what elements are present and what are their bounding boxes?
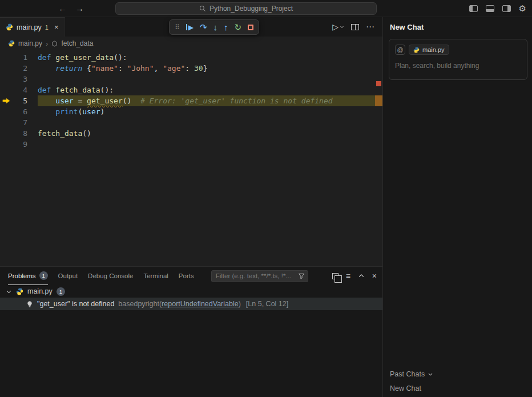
restart-button[interactable]: ↻ — [235, 23, 242, 31]
step-over-button[interactable]: ↷ — [200, 23, 207, 31]
code-line-text — [38, 139, 382, 150]
command-center-search[interactable]: Python_Debugging_Project — [115, 2, 377, 15]
problems-file-row[interactable]: main.py 1 — [0, 285, 382, 298]
nav-forward-icon[interactable]: → — [75, 0, 84, 17]
toggle-secondary-sidebar-icon[interactable] — [502, 5, 511, 12]
context-file-chip[interactable]: main.py — [409, 45, 449, 55]
editor-column: ⠿ ▶ ↷ ↓ ↑ ↻ main.py 1 × ▷ ⋯ — [0, 17, 383, 397]
code-line-text — [38, 74, 382, 85]
panel-header-icons: ≡ × — [332, 271, 377, 280]
view-as-table-icon[interactable]: ≡ — [346, 271, 350, 280]
code-line-text: return {"name": "John", "age": 30} — [38, 63, 382, 74]
code-line[interactable]: 8fetch_data() — [0, 128, 382, 139]
python-file-icon — [8, 40, 15, 47]
line-number: 6 — [13, 106, 27, 117]
python-file-icon — [16, 288, 23, 295]
panel-tab-label: Problems — [8, 272, 36, 279]
code-area: 1def get_user_data():2 return {"name": "… — [0, 52, 382, 150]
split-editor-icon[interactable] — [351, 24, 359, 30]
breakpoint-gutter[interactable] — [0, 74, 13, 85]
close-tab-icon[interactable]: × — [54, 23, 59, 31]
more-actions-icon[interactable]: ⋯ — [366, 22, 374, 32]
code-line[interactable]: 1def get_user_data(): — [0, 52, 382, 63]
chat-panel: New Chat @ main.py Plan, search, build a… — [383, 17, 532, 397]
code-line-text: def fetch_data(): — [38, 85, 382, 95]
breakpoint-gutter[interactable] — [0, 95, 13, 106]
tab-main-py[interactable]: main.py 1 × — [0, 17, 65, 37]
python-file-icon — [6, 23, 13, 31]
line-number: 9 — [13, 139, 27, 150]
debug-current-line-arrow-icon — [2, 98, 10, 104]
line-number: 2 — [13, 63, 27, 74]
breakpoint-gutter[interactable] — [0, 63, 13, 74]
code-line-text — [38, 117, 382, 128]
collapse-all-icon[interactable] — [332, 273, 338, 279]
problems-filter-input[interactable] — [215, 272, 298, 280]
code-line[interactable]: 9 — [0, 139, 382, 150]
filter-funnel-icon[interactable] — [298, 272, 305, 279]
problems-view: main.py 1 "get_user" is not defined base… — [0, 285, 382, 397]
code-line-text: print(user) — [38, 106, 382, 117]
stop-square-icon — [248, 25, 253, 30]
breadcrumb-symbol[interactable]: fetch_data — [61, 39, 93, 47]
breakpoint-gutter[interactable] — [0, 117, 13, 128]
breakpoint-gutter[interactable] — [0, 128, 13, 139]
code-line[interactable]: 3 — [0, 74, 382, 85]
close-panel-icon[interactable]: × — [372, 271, 377, 280]
chat-context-row: @ main.py — [395, 45, 521, 55]
code-line[interactable]: 6 print(user) — [0, 106, 382, 117]
code-editor[interactable]: 1def get_user_data():2 return {"name": "… — [0, 50, 382, 266]
chat-input-placeholder: Plan, search, build anything — [395, 62, 521, 70]
chat-input-card[interactable]: @ main.py Plan, search, build anything — [389, 39, 527, 80]
panel-tab-ports[interactable]: Ports — [179, 267, 194, 285]
add-context-button[interactable]: @ — [395, 45, 405, 55]
breakpoint-gutter[interactable] — [0, 85, 13, 95]
code-line-text: fetch_data() — [38, 128, 382, 139]
chevron-down-icon — [428, 371, 433, 377]
code-line[interactable]: 2 return {"name": "John", "age": 30} — [0, 63, 382, 74]
toggle-panel-icon[interactable] — [486, 5, 494, 12]
code-line[interactable]: 7 — [0, 117, 382, 128]
gear-icon[interactable]: ⚙ — [519, 3, 526, 14]
breadcrumb-separator: › — [46, 39, 48, 48]
continue-button[interactable]: ▶ — [186, 24, 194, 31]
code-line[interactable]: 5 user = get_user() # Error: 'get_user' … — [0, 95, 382, 106]
run-python-file-button[interactable]: ▷ — [332, 22, 344, 31]
panel-tab-terminal[interactable]: Terminal — [143, 267, 168, 285]
toggle-primary-sidebar-icon[interactable] — [469, 5, 478, 12]
breakpoint-gutter[interactable] — [0, 52, 13, 63]
breadcrumb-file[interactable]: main.py — [18, 39, 42, 47]
chevron-down-icon[interactable] — [6, 288, 12, 295]
step-into-button[interactable]: ↓ — [213, 23, 218, 31]
problem-code-link[interactable]: reportUndefinedVariable — [162, 300, 239, 308]
stop-button[interactable] — [248, 25, 253, 30]
problems-filter — [211, 270, 308, 282]
drag-handle-icon[interactable]: ⠿ — [175, 23, 180, 31]
problems-file-name: main.py — [27, 287, 53, 295]
panel-tab-output[interactable]: Output — [58, 267, 78, 285]
file-problems-count-badge: 1 — [57, 287, 65, 296]
past-chats-toggle[interactable]: Past Chats — [390, 370, 525, 378]
line-number: 4 — [13, 85, 27, 95]
bottom-panel: Problems 1 Output Debug Console Terminal… — [0, 266, 382, 397]
problems-count-badge: 1 — [39, 271, 48, 280]
maximize-panel-icon[interactable] — [358, 272, 365, 279]
nav-back-icon[interactable]: ← — [58, 0, 67, 17]
overview-ruler-error-marker — [376, 81, 381, 86]
run-dropdown-chevron-icon[interactable] — [340, 25, 344, 29]
search-icon — [199, 5, 206, 12]
debug-toolbar: ⠿ ▶ ↷ ↓ ↑ ↻ — [169, 19, 259, 35]
breakpoint-gutter[interactable] — [0, 106, 13, 117]
step-out-button[interactable]: ↑ — [224, 23, 228, 31]
breakpoint-gutter[interactable] — [0, 139, 13, 150]
panel-tab-debug-console[interactable]: Debug Console — [88, 267, 133, 285]
title-bar: ← → Python_Debugging_Project ⚙ — [0, 0, 532, 17]
line-number: 1 — [13, 52, 27, 63]
problem-item-row[interactable]: "get_user" is not defined basedpyright(r… — [0, 298, 382, 310]
breadcrumb: main.py › fetch_data — [0, 37, 382, 50]
problem-message: "get_user" is not defined — [37, 300, 114, 308]
panel-tab-problems[interactable]: Problems 1 — [8, 267, 48, 285]
new-chat-button[interactable]: New Chat — [390, 384, 525, 392]
code-line[interactable]: 4def fetch_data(): — [0, 85, 382, 95]
line-number: 3 — [13, 74, 27, 85]
